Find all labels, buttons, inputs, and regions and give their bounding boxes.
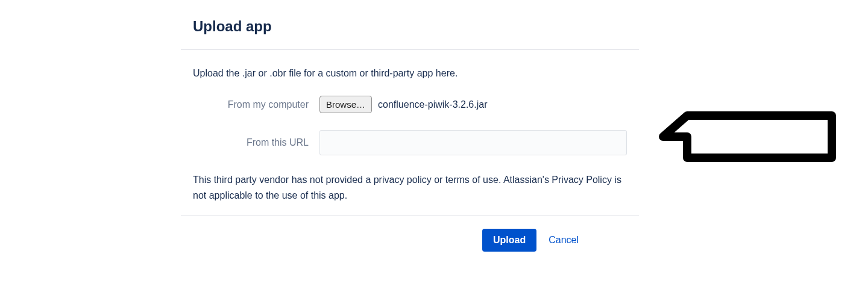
from-url-row: From this URL — [193, 130, 627, 155]
selected-filename: confluence-piwik-3.2.6.jar — [378, 99, 487, 110]
cancel-button[interactable]: Cancel — [549, 235, 579, 246]
dialog-title: Upload app — [181, 18, 639, 35]
from-computer-row: From my computer Browse… confluence-piwi… — [193, 96, 627, 113]
browse-button[interactable]: Browse… — [319, 96, 372, 113]
instruction-text: Upload the .jar or .obr file for a custo… — [193, 68, 627, 79]
dialog-footer: Upload Cancel — [181, 219, 639, 252]
from-url-label: From this URL — [193, 137, 319, 148]
url-input[interactable] — [319, 130, 627, 155]
arrow-left-icon — [657, 110, 838, 166]
from-computer-label: From my computer — [193, 99, 319, 110]
dialog-body: Upload the .jar or .obr file for a custo… — [181, 50, 639, 215]
upload-app-dialog: Upload app Upload the .jar or .obr file … — [181, 18, 639, 252]
upload-button[interactable]: Upload — [482, 229, 536, 252]
privacy-note: This third party vendor has not provided… — [193, 172, 627, 203]
file-chooser-area: Browse… confluence-piwik-3.2.6.jar — [319, 96, 487, 113]
divider — [181, 215, 639, 216]
